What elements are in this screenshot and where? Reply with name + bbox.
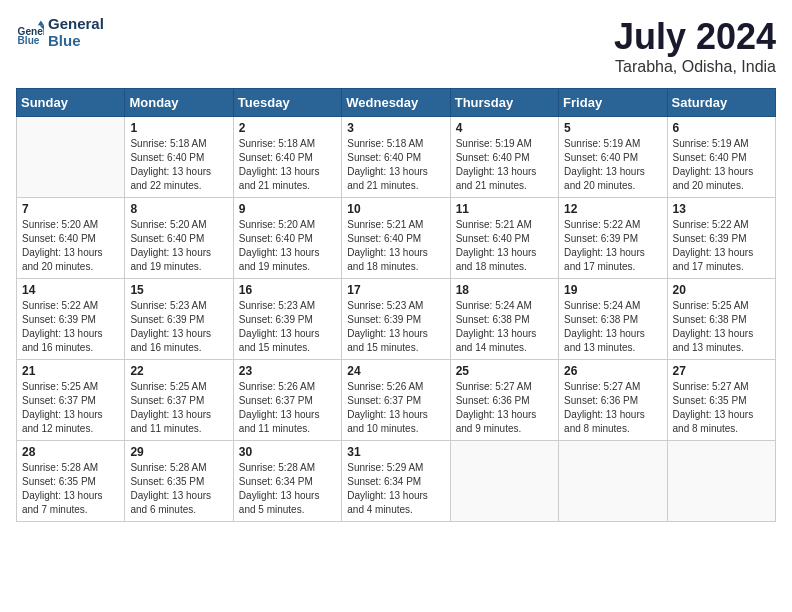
day-number: 17 [347,283,444,297]
day-number: 5 [564,121,661,135]
calendar-cell [559,441,667,522]
day-number: 25 [456,364,553,378]
calendar-week-row: 14Sunrise: 5:22 AM Sunset: 6:39 PM Dayli… [17,279,776,360]
day-info: Sunrise: 5:20 AM Sunset: 6:40 PM Dayligh… [130,218,227,274]
day-info: Sunrise: 5:28 AM Sunset: 6:35 PM Dayligh… [130,461,227,517]
page-header: General Blue General Blue July 2024 Tara… [16,16,776,76]
day-info: Sunrise: 5:27 AM Sunset: 6:36 PM Dayligh… [456,380,553,436]
day-number: 6 [673,121,770,135]
calendar-cell: 15Sunrise: 5:23 AM Sunset: 6:39 PM Dayli… [125,279,233,360]
svg-text:Blue: Blue [18,34,40,45]
calendar-cell: 1Sunrise: 5:18 AM Sunset: 6:40 PM Daylig… [125,117,233,198]
day-of-week-header: Wednesday [342,89,450,117]
day-number: 10 [347,202,444,216]
calendar-cell: 3Sunrise: 5:18 AM Sunset: 6:40 PM Daylig… [342,117,450,198]
calendar-cell: 30Sunrise: 5:28 AM Sunset: 6:34 PM Dayli… [233,441,341,522]
title-block: July 2024 Tarabha, Odisha, India [614,16,776,76]
calendar-cell: 24Sunrise: 5:26 AM Sunset: 6:37 PM Dayli… [342,360,450,441]
calendar-cell: 20Sunrise: 5:25 AM Sunset: 6:38 PM Dayli… [667,279,775,360]
day-info: Sunrise: 5:25 AM Sunset: 6:38 PM Dayligh… [673,299,770,355]
day-number: 29 [130,445,227,459]
calendar-week-row: 28Sunrise: 5:28 AM Sunset: 6:35 PM Dayli… [17,441,776,522]
day-number: 7 [22,202,119,216]
day-number: 11 [456,202,553,216]
day-number: 19 [564,283,661,297]
calendar-week-row: 21Sunrise: 5:25 AM Sunset: 6:37 PM Dayli… [17,360,776,441]
day-number: 26 [564,364,661,378]
calendar-cell: 8Sunrise: 5:20 AM Sunset: 6:40 PM Daylig… [125,198,233,279]
day-number: 30 [239,445,336,459]
day-info: Sunrise: 5:22 AM Sunset: 6:39 PM Dayligh… [22,299,119,355]
day-info: Sunrise: 5:18 AM Sunset: 6:40 PM Dayligh… [239,137,336,193]
day-of-week-header: Saturday [667,89,775,117]
day-of-week-header: Thursday [450,89,558,117]
day-info: Sunrise: 5:23 AM Sunset: 6:39 PM Dayligh… [239,299,336,355]
day-info: Sunrise: 5:26 AM Sunset: 6:37 PM Dayligh… [239,380,336,436]
calendar-cell: 9Sunrise: 5:20 AM Sunset: 6:40 PM Daylig… [233,198,341,279]
calendar-cell: 19Sunrise: 5:24 AM Sunset: 6:38 PM Dayli… [559,279,667,360]
day-number: 14 [22,283,119,297]
calendar-cell: 28Sunrise: 5:28 AM Sunset: 6:35 PM Dayli… [17,441,125,522]
svg-marker-2 [38,20,44,25]
logo-general: General [48,16,104,33]
day-info: Sunrise: 5:24 AM Sunset: 6:38 PM Dayligh… [564,299,661,355]
day-info: Sunrise: 5:23 AM Sunset: 6:39 PM Dayligh… [347,299,444,355]
calendar-week-row: 1Sunrise: 5:18 AM Sunset: 6:40 PM Daylig… [17,117,776,198]
calendar-cell: 5Sunrise: 5:19 AM Sunset: 6:40 PM Daylig… [559,117,667,198]
calendar-cell: 10Sunrise: 5:21 AM Sunset: 6:40 PM Dayli… [342,198,450,279]
day-info: Sunrise: 5:19 AM Sunset: 6:40 PM Dayligh… [673,137,770,193]
calendar-cell: 27Sunrise: 5:27 AM Sunset: 6:35 PM Dayli… [667,360,775,441]
calendar-cell: 6Sunrise: 5:19 AM Sunset: 6:40 PM Daylig… [667,117,775,198]
day-info: Sunrise: 5:22 AM Sunset: 6:39 PM Dayligh… [673,218,770,274]
day-number: 24 [347,364,444,378]
day-of-week-header: Tuesday [233,89,341,117]
day-info: Sunrise: 5:27 AM Sunset: 6:36 PM Dayligh… [564,380,661,436]
day-number: 16 [239,283,336,297]
day-info: Sunrise: 5:21 AM Sunset: 6:40 PM Dayligh… [347,218,444,274]
day-info: Sunrise: 5:27 AM Sunset: 6:35 PM Dayligh… [673,380,770,436]
day-of-week-header: Sunday [17,89,125,117]
calendar-table: SundayMondayTuesdayWednesdayThursdayFrid… [16,88,776,522]
calendar-cell [450,441,558,522]
calendar-cell: 29Sunrise: 5:28 AM Sunset: 6:35 PM Dayli… [125,441,233,522]
calendar-week-row: 7Sunrise: 5:20 AM Sunset: 6:40 PM Daylig… [17,198,776,279]
day-info: Sunrise: 5:25 AM Sunset: 6:37 PM Dayligh… [22,380,119,436]
calendar-cell: 11Sunrise: 5:21 AM Sunset: 6:40 PM Dayli… [450,198,558,279]
day-number: 8 [130,202,227,216]
day-info: Sunrise: 5:18 AM Sunset: 6:40 PM Dayligh… [130,137,227,193]
calendar-cell: 14Sunrise: 5:22 AM Sunset: 6:39 PM Dayli… [17,279,125,360]
day-info: Sunrise: 5:20 AM Sunset: 6:40 PM Dayligh… [239,218,336,274]
day-info: Sunrise: 5:28 AM Sunset: 6:34 PM Dayligh… [239,461,336,517]
day-number: 9 [239,202,336,216]
calendar-cell: 26Sunrise: 5:27 AM Sunset: 6:36 PM Dayli… [559,360,667,441]
day-number: 28 [22,445,119,459]
location-title: Tarabha, Odisha, India [614,58,776,76]
logo-icon: General Blue [16,19,44,47]
day-info: Sunrise: 5:19 AM Sunset: 6:40 PM Dayligh… [456,137,553,193]
day-number: 31 [347,445,444,459]
day-number: 18 [456,283,553,297]
day-info: Sunrise: 5:23 AM Sunset: 6:39 PM Dayligh… [130,299,227,355]
day-number: 27 [673,364,770,378]
day-number: 20 [673,283,770,297]
day-info: Sunrise: 5:29 AM Sunset: 6:34 PM Dayligh… [347,461,444,517]
calendar-cell: 12Sunrise: 5:22 AM Sunset: 6:39 PM Dayli… [559,198,667,279]
day-number: 13 [673,202,770,216]
calendar-cell: 13Sunrise: 5:22 AM Sunset: 6:39 PM Dayli… [667,198,775,279]
day-info: Sunrise: 5:19 AM Sunset: 6:40 PM Dayligh… [564,137,661,193]
logo-blue: Blue [48,33,104,50]
day-info: Sunrise: 5:18 AM Sunset: 6:40 PM Dayligh… [347,137,444,193]
day-number: 21 [22,364,119,378]
day-number: 2 [239,121,336,135]
calendar-cell [667,441,775,522]
day-number: 22 [130,364,227,378]
calendar-cell: 23Sunrise: 5:26 AM Sunset: 6:37 PM Dayli… [233,360,341,441]
day-number: 12 [564,202,661,216]
day-info: Sunrise: 5:25 AM Sunset: 6:37 PM Dayligh… [130,380,227,436]
calendar-cell: 2Sunrise: 5:18 AM Sunset: 6:40 PM Daylig… [233,117,341,198]
day-number: 15 [130,283,227,297]
day-info: Sunrise: 5:26 AM Sunset: 6:37 PM Dayligh… [347,380,444,436]
day-info: Sunrise: 5:24 AM Sunset: 6:38 PM Dayligh… [456,299,553,355]
calendar-cell: 22Sunrise: 5:25 AM Sunset: 6:37 PM Dayli… [125,360,233,441]
calendar-cell: 31Sunrise: 5:29 AM Sunset: 6:34 PM Dayli… [342,441,450,522]
